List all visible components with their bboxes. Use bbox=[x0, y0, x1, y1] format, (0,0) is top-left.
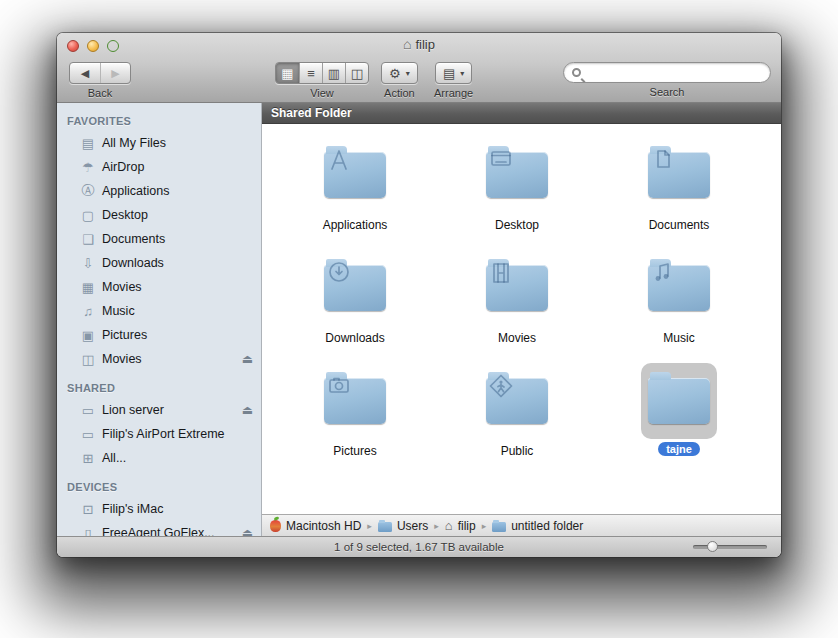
folder-label: tajne bbox=[658, 442, 700, 456]
sidebar-item-label: FreeAgent GoFlex... bbox=[102, 526, 215, 536]
sidebar-item-filip-s-airport-extreme[interactable]: ▭Filip's AirPort Extreme bbox=[57, 422, 261, 446]
folder-item-tajne[interactable]: tajne bbox=[598, 363, 760, 476]
server-icon: ▭ bbox=[79, 403, 97, 418]
sidebar-item-label: Desktop bbox=[102, 208, 148, 222]
folder-icon bbox=[324, 378, 386, 424]
folder-icon bbox=[324, 265, 386, 311]
path-item-label: Macintosh HD bbox=[286, 519, 361, 533]
folder-icon-area bbox=[479, 137, 555, 213]
folder-item-music[interactable]: Music bbox=[598, 250, 760, 363]
desktop-icon: ▢ bbox=[79, 208, 97, 223]
chevron-down-icon: ▾ bbox=[460, 69, 464, 78]
path-item-label: untitled folder bbox=[511, 519, 583, 533]
window-title: ⌂filip bbox=[57, 33, 781, 55]
documents-icon: ❑ bbox=[79, 232, 97, 247]
sidebar-item-airdrop[interactable]: ☂AirDrop bbox=[57, 155, 261, 179]
eject-icon[interactable]: ⏏ bbox=[242, 352, 253, 366]
sidebar-item-filip-s-imac[interactable]: ⊡Filip's iMac bbox=[57, 497, 261, 521]
sidebar-item-movies[interactable]: ◫Movies⏏ bbox=[57, 347, 261, 371]
path-separator-icon: ▸ bbox=[482, 521, 487, 531]
home-icon: ⌂ bbox=[445, 518, 453, 533]
folder-icon bbox=[648, 152, 710, 198]
status-text: 1 of 9 selected, 1.67 TB available bbox=[334, 541, 504, 553]
path-item-users[interactable]: Users bbox=[378, 519, 428, 533]
icon-size-slider[interactable] bbox=[693, 545, 767, 549]
folder-icon-area bbox=[479, 250, 555, 326]
folder-icon bbox=[486, 265, 548, 311]
column-view-button[interactable]: ▥ bbox=[322, 63, 345, 83]
action-button[interactable]: ⚙ ▾ bbox=[381, 62, 418, 84]
folder-label: Downloads bbox=[325, 331, 384, 345]
path-item-untitled-folder[interactable]: untitled folder bbox=[492, 519, 583, 533]
music-icon: ♫ bbox=[79, 304, 97, 319]
sidebar-item-label: Movies bbox=[102, 280, 142, 294]
slider-thumb[interactable] bbox=[707, 541, 718, 552]
folder-icon bbox=[648, 265, 710, 311]
folder-icon-area bbox=[641, 250, 717, 326]
folder-item-movies[interactable]: Movies bbox=[436, 250, 598, 363]
sidebar-item-label: AirDrop bbox=[102, 160, 144, 174]
folder-icon-area bbox=[641, 137, 717, 213]
network-icon: ⊞ bbox=[79, 451, 97, 466]
sidebar-item-music[interactable]: ♫Music bbox=[57, 299, 261, 323]
sidebar-item-label: Filip's AirPort Extreme bbox=[102, 427, 225, 441]
sidebar-item-label: All... bbox=[102, 451, 126, 465]
sidebar-item-label: Downloads bbox=[102, 256, 164, 270]
forward-button[interactable]: ▶ bbox=[100, 63, 130, 83]
chevron-down-icon: ▾ bbox=[406, 69, 410, 78]
sidebar-item-pictures[interactable]: ▣Pictures bbox=[57, 323, 261, 347]
folder-item-applications[interactable]: Applications bbox=[274, 137, 436, 250]
sidebar-item-label: Lion server bbox=[102, 403, 164, 417]
folder-item-downloads[interactable]: Downloads bbox=[274, 250, 436, 363]
folder-icon bbox=[324, 152, 386, 198]
all-my-files-icon: ▤ bbox=[79, 136, 97, 151]
arrange-button[interactable]: ▤ ▾ bbox=[435, 62, 472, 84]
folder-item-documents[interactable]: Documents bbox=[598, 137, 760, 250]
sidebar-item-downloads[interactable]: ⇩Downloads bbox=[57, 251, 261, 275]
coverflow-view-button[interactable]: ◫ bbox=[345, 63, 368, 83]
eject-icon[interactable]: ⏏ bbox=[242, 403, 253, 417]
list-view-button[interactable]: ≡ bbox=[299, 63, 322, 83]
folder-label: Music bbox=[663, 331, 694, 345]
home-icon: ⌂ bbox=[403, 36, 411, 52]
search-label: Search bbox=[650, 86, 685, 98]
folder-icon bbox=[486, 152, 548, 198]
sidebar-item-movies[interactable]: ▦Movies bbox=[57, 275, 261, 299]
folder-item-public[interactable]: Public bbox=[436, 363, 598, 476]
sidebar-item-label: Filip's iMac bbox=[102, 502, 163, 516]
arrange-label: Arrange bbox=[434, 87, 473, 99]
sidebar-item-all-my-files[interactable]: ▤All My Files bbox=[57, 131, 261, 155]
icon-view-button[interactable]: ▦ bbox=[276, 63, 299, 83]
imac-icon: ⊡ bbox=[79, 502, 97, 517]
path-item-filip[interactable]: ⌂filip bbox=[445, 518, 476, 533]
folder-icon-area bbox=[317, 137, 393, 213]
folder-item-desktop[interactable]: Desktop bbox=[436, 137, 598, 250]
sidebar-item-applications[interactable]: ⒶApplications bbox=[57, 179, 261, 203]
arrange-group: ▤ ▾ Arrange bbox=[434, 62, 473, 99]
eject-icon[interactable]: ⏏ bbox=[242, 526, 253, 536]
folder-icon bbox=[378, 522, 392, 532]
selected-folder-highlight bbox=[641, 363, 717, 439]
search-field[interactable] bbox=[563, 62, 771, 83]
sidebar-item-freeagent-goflex[interactable]: ▯FreeAgent GoFlex...⏏ bbox=[57, 521, 261, 536]
sidebar-item-lion-server[interactable]: ▭Lion server⏏ bbox=[57, 398, 261, 422]
search-input[interactable] bbox=[586, 65, 762, 81]
folder-item-pictures[interactable]: Pictures bbox=[274, 363, 436, 476]
path-item-macintosh-hd[interactable]: Macintosh HD bbox=[270, 519, 361, 533]
sidebar-item-all[interactable]: ⊞All... bbox=[57, 446, 261, 470]
sidebar-item-label: Movies bbox=[102, 352, 142, 366]
path-item-label: Users bbox=[397, 519, 428, 533]
status-bar: 1 of 9 selected, 1.67 TB available bbox=[57, 536, 781, 557]
finder-window: ⌂filip ◀ ▶ Back ▦ ≡ ▥ ◫ View ⚙ ▾ Action bbox=[57, 33, 781, 557]
folder-icon-area bbox=[317, 363, 393, 439]
window-title-text: filip bbox=[415, 37, 435, 52]
folder-label: Public bbox=[501, 444, 534, 458]
back-button[interactable]: ◀ bbox=[70, 63, 100, 83]
sidebar-item-label: Pictures bbox=[102, 328, 147, 342]
sidebar-section-devices: DEVICES bbox=[57, 477, 261, 497]
folder-label: Desktop bbox=[495, 218, 539, 232]
sidebar: FAVORITES▤All My Files☂AirDropⒶApplicati… bbox=[57, 103, 262, 536]
movies-icon: ▦ bbox=[79, 280, 97, 295]
sidebar-item-documents[interactable]: ❑Documents bbox=[57, 227, 261, 251]
sidebar-item-desktop[interactable]: ▢Desktop bbox=[57, 203, 261, 227]
